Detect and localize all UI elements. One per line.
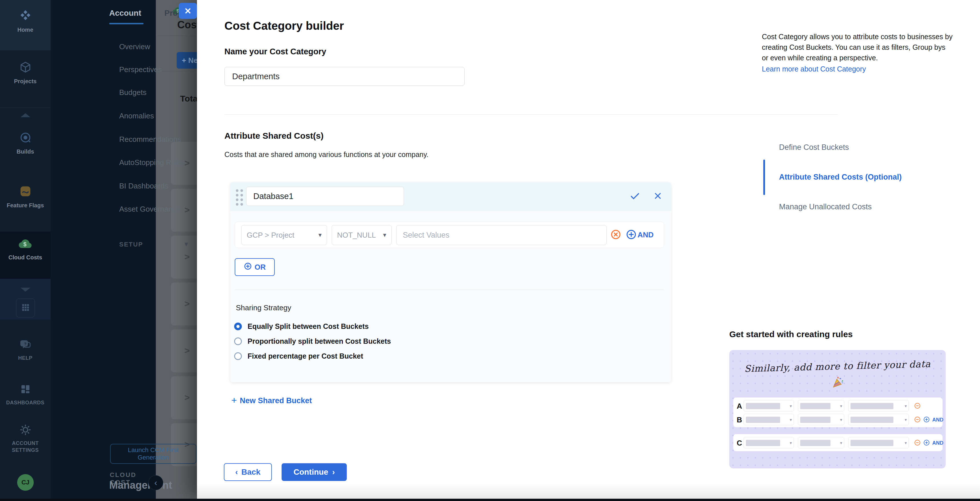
sidebar-item-bi-dashboards[interactable]: BI Dashboards — [119, 181, 169, 191]
sidebar-section-setup[interactable]: SETUP — [119, 241, 143, 248]
page-title-partial: Cost — [177, 19, 200, 31]
user-avatar[interactable]: CJ — [17, 474, 34, 491]
sidebar-item-feature-flags[interactable]: Feature Flags — [0, 185, 51, 209]
confirm-bucket-button[interactable] — [629, 191, 641, 202]
sidebar-item-account-settings[interactable]: ACCOUNT SETTINGS — [0, 424, 51, 453]
sidebar-item-dashboards[interactable]: DASHBOARDS — [0, 383, 51, 406]
sidebar-item-autostopping-rules[interactable]: AutoStopping Rules — [119, 158, 185, 167]
add-circle-icon — [626, 229, 636, 241]
row-letter: B — [737, 415, 742, 425]
drag-handle[interactable] — [236, 189, 243, 205]
sidebar-item-cloud-costs[interactable]: $ Cloud Costs — [0, 232, 51, 279]
mini-dropdown: ▾ — [798, 414, 844, 425]
gear-icon — [19, 424, 32, 437]
mini-dropdown: ▾ — [798, 437, 844, 449]
learn-more-link[interactable]: Learn more about Cost Category — [762, 64, 866, 74]
radio-label: Fixed percentage per Cost Bucket — [248, 352, 363, 360]
sidebar-item-label: DASHBOARDS — [6, 399, 44, 406]
sidebar-item-asset-governance[interactable]: Asset Governance — [119, 205, 180, 214]
sidebar-item-budgets[interactable]: Budgets — [119, 88, 146, 97]
svg-text:?: ? — [24, 342, 26, 346]
illustration-rule-row: C ▾ ▾ ▾ AND — [733, 436, 943, 449]
cost-category-name-input[interactable] — [224, 67, 465, 86]
step-manage-unallocated-costs[interactable]: Manage Unallocated Costs — [779, 202, 872, 212]
rule-operator-dropdown[interactable]: NOT_NULL ▾ — [332, 225, 391, 245]
new-shared-bucket-button[interactable]: + New Shared Bucket — [231, 396, 312, 406]
radio-icon[interactable] — [234, 337, 242, 345]
launch-ccm-first-gen-button[interactable]: Launch CCM First Generation — [110, 444, 196, 464]
and-label: AND — [932, 440, 943, 446]
new-shared-bucket-label: New Shared Bucket — [240, 396, 312, 405]
plus-icon: + — [231, 394, 237, 406]
sidebar-item-help[interactable]: ? HELP — [0, 339, 51, 361]
continue-button[interactable]: Continue › — [282, 463, 347, 481]
rule-values-input[interactable] — [396, 225, 607, 245]
radio-selected-icon[interactable] — [234, 323, 242, 330]
party-popper-icon — [831, 375, 845, 390]
sidebar-item-label: HELP — [18, 355, 32, 361]
sidebar-item-projects[interactable]: Projects — [0, 60, 51, 85]
sidebar-item-builds[interactable]: Builds — [0, 131, 51, 155]
collapse-sidebar-button[interactable]: ‹ — [148, 475, 163, 490]
cancel-bucket-button[interactable] — [652, 191, 663, 202]
shared-bucket-card-header — [230, 182, 671, 211]
chevron-right-icon: > — [185, 158, 190, 169]
step-attribute-shared-costs[interactable]: Attribute Shared Costs (Optional) — [779, 173, 902, 181]
chevron-left-icon: ‹ — [235, 468, 238, 477]
active-tab-underline — [109, 23, 143, 24]
row-letter: C — [737, 439, 742, 447]
tab-account[interactable]: Account — [109, 9, 141, 18]
scroll-up-icon[interactable] — [21, 113, 30, 117]
add-circle-icon — [244, 262, 252, 272]
sidebar-item-perspectives[interactable]: Perspectives — [119, 65, 162, 74]
shared-bucket-card: GCP > Project ▾ NOT_NULL ▾ AND OR — [230, 182, 671, 382]
mini-dropdown: ▾ — [744, 400, 794, 412]
chevron-right-icon: > — [185, 392, 190, 403]
module-browser-button[interactable] — [16, 299, 35, 317]
add-circle-icon — [923, 416, 930, 424]
svg-text:$: $ — [23, 241, 26, 247]
radio-proportionally-split[interactable]: Proportionally split between Cost Bucket… — [234, 337, 391, 345]
illustration-rule-card: C ▾ ▾ ▾ AND — [733, 434, 943, 451]
about-text: Cost Category allows you to attribute co… — [762, 32, 953, 74]
illustration-rule-row: A ▾ ▾ ▾ — [733, 399, 943, 412]
check-icon — [630, 191, 640, 202]
illustration-rule-row: B ▾ ▾ ▾ AND — [733, 413, 943, 426]
sidebar-item-home[interactable]: Home — [0, 7, 51, 41]
sidebar-item-anomalies[interactable]: Anomalies — [119, 111, 154, 120]
bucket-name-input[interactable] — [246, 187, 404, 206]
radio-fixed-percentage[interactable]: Fixed percentage per Cost Bucket — [234, 352, 363, 360]
step-define-cost-buckets[interactable]: Define Cost Buckets — [779, 143, 849, 152]
and-button[interactable]: AND — [638, 231, 654, 239]
back-button[interactable]: ‹ Back — [224, 463, 272, 481]
feature-flags-icon — [19, 185, 32, 199]
divider — [235, 289, 664, 290]
radio-equally-split[interactable]: Equally Split between Cost Buckets — [234, 322, 369, 331]
chevron-right-icon: > — [185, 299, 190, 309]
sidebar-item-overview[interactable]: Overview — [119, 42, 150, 51]
rule-field-dropdown[interactable]: GCP > Project ▾ — [241, 225, 327, 245]
ccm-nav-panel: Account Project Overview Perspectives Bu… — [51, 0, 156, 501]
remove-rule-button[interactable] — [610, 229, 622, 241]
sidebar-item-label: Home — [18, 26, 33, 33]
sidebar-item-label: Projects — [14, 78, 37, 85]
add-circle-icon — [923, 439, 930, 447]
name-label: Name your Cost Category — [224, 47, 326, 56]
rule-operator-value: NOT_NULL — [337, 231, 376, 240]
modal-bottom-fade — [197, 483, 980, 499]
or-button[interactable]: OR — [235, 258, 275, 276]
radio-icon[interactable] — [234, 352, 242, 360]
close-drawer-button[interactable]: ✕ — [179, 3, 197, 19]
add-condition-button[interactable] — [625, 229, 637, 241]
mini-dropdown: ▾ — [848, 437, 909, 449]
chevron-down-icon[interactable]: ▾ — [185, 240, 188, 248]
continue-label: Continue — [294, 468, 328, 477]
home-icon — [19, 9, 32, 24]
scroll-down-icon[interactable] — [21, 288, 30, 292]
sidebar-item-recommendations[interactable]: Recommendations — [119, 135, 181, 144]
get-started-heading: Get started with creating rules — [729, 329, 853, 339]
minus-circle-icon — [914, 416, 921, 424]
harness-app: Home Projects Builds Feature Flags $ — [0, 0, 980, 501]
mini-dropdown: ▾ — [744, 414, 794, 425]
row-letter: A — [737, 402, 742, 410]
